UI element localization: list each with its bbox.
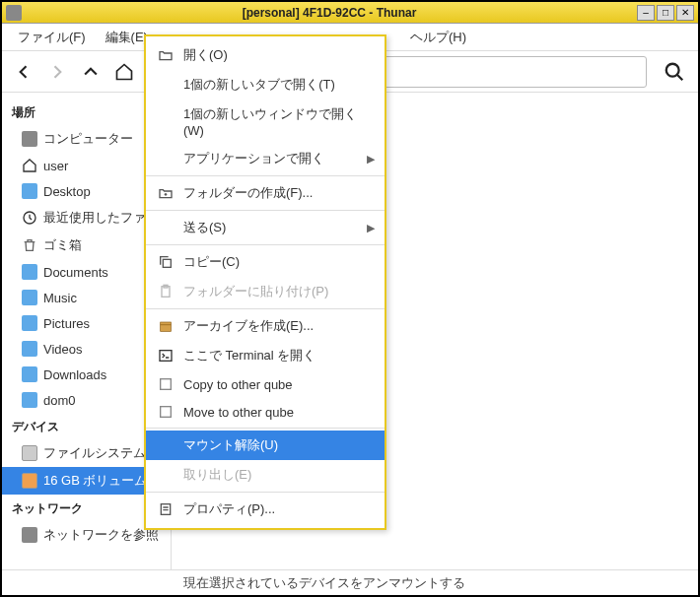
- separator: [146, 308, 385, 309]
- cm-label: アーカイブを作成(E)...: [183, 317, 314, 335]
- cm-label: フォルダーの作成(F)...: [183, 184, 313, 202]
- cm-label: 1個の新しいウィンドウで開く(W): [183, 105, 373, 138]
- sidebar-label: 16 GB ボリューム: [43, 472, 147, 490]
- folder-icon: [22, 315, 37, 331]
- trash-icon: [22, 237, 37, 253]
- cm-open-window[interactable]: 1個の新しいウィンドウで開く(W): [146, 100, 385, 144]
- home-button[interactable]: [110, 58, 138, 86]
- svg-rect-7: [161, 379, 172, 390]
- app-icon: [6, 5, 22, 21]
- sidebar-label: Pictures: [43, 316, 90, 331]
- svg-rect-6: [160, 351, 172, 362]
- cm-paste-folder: フォルダーに貼り付け(P): [146, 277, 385, 306]
- submenu-arrow-icon: ▶: [367, 222, 375, 234]
- properties-icon: [158, 501, 174, 517]
- cm-open[interactable]: 開く(O): [146, 40, 385, 70]
- cm-properties[interactable]: プロパティ(P)...: [146, 495, 385, 524]
- cm-create-folder[interactable]: フォルダーの作成(F)...: [146, 178, 385, 208]
- cm-label: コピー(C): [183, 253, 240, 271]
- separator: [146, 175, 385, 176]
- cm-label: 送る(S): [183, 219, 226, 236]
- cm-copy-qube[interactable]: Copy to other qube: [146, 370, 385, 398]
- drive-icon: [22, 473, 37, 489]
- cm-label: マウント解除(U): [183, 436, 278, 454]
- cm-create-archive[interactable]: アーカイブを作成(E)...: [146, 311, 385, 341]
- menu-help[interactable]: ヘルプ(H): [402, 25, 474, 50]
- cm-label: Move to other qube: [183, 405, 294, 420]
- computer-icon: [22, 131, 37, 147]
- folder-open-icon: [158, 47, 174, 63]
- cm-unmount[interactable]: マウント解除(U): [146, 431, 385, 460]
- sidebar-label: Videos: [43, 342, 83, 357]
- cm-move-qube[interactable]: Move to other qube: [146, 398, 385, 426]
- sidebar-label: ファイルシステム: [43, 444, 146, 462]
- sidebar-label: ゴミ箱: [43, 236, 82, 254]
- cm-label: ここで Terminal を開く: [183, 347, 315, 365]
- folder-icon: [22, 264, 37, 280]
- close-button[interactable]: ✕: [676, 5, 694, 21]
- network-icon: [22, 527, 37, 543]
- cm-open-app[interactable]: アプリケーションで開く▶: [146, 144, 385, 173]
- separator: [146, 492, 385, 493]
- sidebar-label: user: [43, 159, 68, 173]
- cm-label: 1個の新しいタブで開く(T): [183, 76, 335, 94]
- sidebar-label: Desktop: [43, 184, 91, 199]
- back-button[interactable]: [10, 58, 37, 86]
- statusbar: 現在選択されているデバイスをアンマウントする: [2, 569, 698, 595]
- search-button[interactable]: [659, 56, 690, 88]
- folder-icon: [22, 183, 37, 199]
- folder-icon: [22, 392, 37, 408]
- separator: [146, 210, 385, 211]
- sidebar-label: dom0: [43, 393, 76, 408]
- context-menu: 開く(O) 1個の新しいタブで開く(T) 1個の新しいウィンドウで開く(W) ア…: [144, 34, 386, 530]
- menu-file[interactable]: ファイル(F): [10, 25, 94, 50]
- cm-label: プロパティ(P)...: [183, 500, 275, 518]
- thunar-window: [personal] 4F1D-92CC - Thunar – □ ✕ ファイル…: [0, 0, 700, 597]
- svg-rect-2: [163, 259, 171, 267]
- new-folder-icon: [158, 185, 174, 201]
- titlebar: [personal] 4F1D-92CC - Thunar – □ ✕: [2, 2, 698, 24]
- window-title: [personal] 4F1D-92CC - Thunar: [22, 6, 637, 20]
- folder-icon: [22, 290, 37, 305]
- qube-copy-icon: [158, 376, 174, 392]
- sidebar-label: ネットワークを参照: [43, 526, 159, 544]
- copy-icon: [158, 254, 174, 270]
- paste-icon: [158, 284, 174, 299]
- forward-button[interactable]: [43, 58, 71, 86]
- cm-open-tab[interactable]: 1個の新しいタブで開く(T): [146, 70, 385, 100]
- sidebar-label: Music: [43, 291, 77, 305]
- maximize-button[interactable]: □: [657, 5, 674, 21]
- svg-rect-5: [161, 322, 172, 331]
- drive-icon: [22, 445, 37, 461]
- cm-label: 取り出し(E): [183, 466, 251, 484]
- cm-label: Copy to other qube: [183, 377, 293, 392]
- minimize-button[interactable]: –: [637, 5, 655, 21]
- cm-eject: 取り出し(E): [146, 460, 385, 490]
- sidebar-label: Documents: [43, 265, 108, 280]
- home-icon: [22, 158, 37, 173]
- recent-icon: [22, 210, 37, 226]
- folder-icon: [22, 341, 37, 357]
- archive-icon: [158, 318, 174, 334]
- up-button[interactable]: [77, 58, 105, 86]
- qube-move-icon: [158, 404, 174, 420]
- sidebar-label: Downloads: [43, 367, 106, 382]
- separator: [146, 244, 385, 245]
- submenu-arrow-icon: ▶: [367, 153, 375, 166]
- cm-open-terminal[interactable]: ここで Terminal を開く: [146, 341, 385, 370]
- cm-label: 開く(O): [183, 46, 228, 64]
- status-text: 現在選択されているデバイスをアンマウントする: [183, 574, 465, 592]
- separator: [146, 428, 385, 429]
- svg-point-0: [666, 63, 679, 76]
- cm-label: フォルダーに貼り付け(P): [183, 283, 328, 300]
- svg-rect-8: [161, 407, 172, 418]
- sidebar-label: コンピューター: [43, 130, 133, 148]
- folder-icon: [22, 366, 37, 382]
- window-controls: – □ ✕: [637, 5, 694, 21]
- cm-label: アプリケーションで開く: [183, 150, 324, 167]
- cm-copy[interactable]: コピー(C): [146, 247, 385, 277]
- cm-send-to[interactable]: 送る(S)▶: [146, 213, 385, 242]
- terminal-icon: [158, 348, 174, 364]
